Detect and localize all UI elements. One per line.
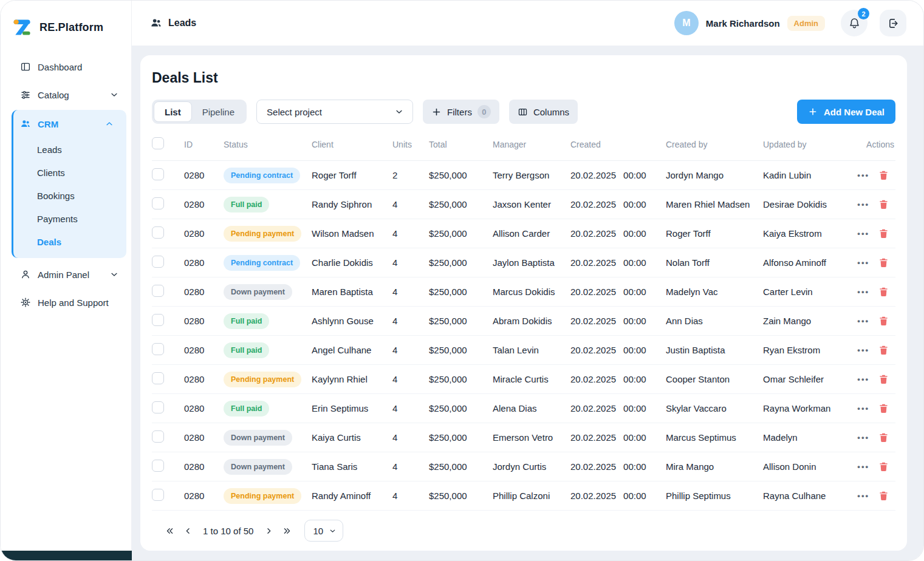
prev-page-button[interactable]: [179, 522, 197, 540]
delete-button[interactable]: [878, 257, 889, 268]
deals-table: ID Status Client Units Total Manager Cre…: [152, 135, 895, 511]
tab-list[interactable]: List: [154, 101, 192, 122]
add-new-deal-button[interactable]: Add New Deal: [797, 100, 895, 124]
row-menu-button[interactable]: •••: [857, 286, 869, 298]
row-menu-button[interactable]: •••: [857, 257, 869, 268]
row-checkbox[interactable]: [152, 314, 164, 326]
sidebar-item-deals[interactable]: Deals: [13, 230, 126, 253]
delete-button[interactable]: [878, 199, 889, 210]
row-checkbox[interactable]: [152, 372, 164, 384]
row-checkbox[interactable]: [152, 197, 164, 209]
row-checkbox[interactable]: [152, 285, 164, 297]
row-menu-button[interactable]: •••: [857, 344, 869, 356]
delete-button[interactable]: [878, 169, 889, 181]
sidebar-item-crm[interactable]: CRM: [13, 110, 126, 138]
created-cell: 20.02.202500:00: [570, 161, 666, 190]
row-actions: •••: [864, 286, 889, 298]
row-checkbox[interactable]: [152, 489, 164, 501]
sidebar-item-dashboard[interactable]: Dashboard: [1, 53, 131, 81]
table-row: 0280 Pending contract Roger Torff 2 $250…: [152, 161, 895, 190]
page-size-select[interactable]: 10: [304, 520, 343, 542]
manager-cell: Miracle Curtis: [493, 365, 570, 394]
deal-id: 0280: [184, 307, 224, 336]
created-by-cell: Nolan Torff: [666, 248, 763, 277]
next-page-button[interactable]: [259, 522, 278, 540]
sidebar-bottom-bar: [1, 551, 132, 560]
project-select[interactable]: Select project: [256, 100, 413, 124]
created-date: 20.02.2025: [570, 432, 616, 443]
deal-id: 0280: [184, 365, 224, 394]
table-row: 0280 Pending payment Wilson Madsen 4 $25…: [152, 219, 895, 248]
pagination: 1 to 10 of 50 10: [152, 511, 895, 556]
row-checkbox[interactable]: [152, 460, 164, 472]
logout-button[interactable]: [880, 10, 906, 36]
row-checkbox[interactable]: [152, 401, 164, 413]
delete-button[interactable]: [878, 286, 889, 298]
tab-pipeline[interactable]: Pipeline: [192, 101, 245, 122]
deal-id: 0280: [184, 481, 224, 511]
delete-button[interactable]: [878, 344, 889, 356]
delete-button[interactable]: [878, 315, 889, 327]
sidebar-item-bookings[interactable]: Bookings: [13, 184, 126, 207]
users-icon: [20, 118, 31, 129]
sidebar-item-admin-panel[interactable]: Admin Panel: [1, 260, 131, 288]
delete-button[interactable]: [878, 228, 889, 239]
row-checkbox[interactable]: [152, 168, 164, 180]
sidebar-item-help[interactable]: Help and Support: [1, 288, 131, 316]
row-checkbox[interactable]: [152, 343, 164, 355]
created-by-cell: Roger Torff: [666, 219, 763, 248]
avatar[interactable]: M: [674, 11, 699, 35]
sidebar-subitem-label: Payments: [37, 214, 78, 224]
page-title: Deals List: [152, 70, 895, 86]
row-actions: •••: [864, 490, 889, 501]
manager-cell: Alena Dias: [493, 394, 570, 423]
sidebar-item-payments[interactable]: Payments: [13, 207, 126, 230]
delete-button[interactable]: [878, 373, 889, 385]
last-page-button[interactable]: [278, 522, 296, 540]
sidebar-item-leads[interactable]: Leads: [13, 138, 126, 161]
delete-button[interactable]: [878, 490, 889, 501]
client-cell: Wilson Madsen: [312, 219, 392, 248]
delete-button[interactable]: [878, 403, 889, 414]
row-menu-button[interactable]: •••: [857, 461, 869, 472]
manager-cell: Abram Dokidis: [493, 307, 570, 336]
row-menu-button[interactable]: •••: [857, 169, 869, 181]
row-menu-button[interactable]: •••: [857, 432, 869, 443]
delete-button[interactable]: [878, 432, 889, 443]
row-menu-button[interactable]: •••: [857, 403, 869, 414]
row-actions: •••: [864, 257, 889, 268]
row-checkbox[interactable]: [152, 256, 164, 268]
delete-button[interactable]: [878, 461, 889, 472]
deal-id: 0280: [184, 423, 224, 452]
page-size-value: 10: [313, 526, 323, 536]
sidebar-item-catalog[interactable]: Catalog: [1, 81, 131, 109]
sidebar-subitem-label: Deals: [37, 237, 61, 247]
row-checkbox[interactable]: [152, 430, 164, 443]
col-header-created-by: Created by: [666, 135, 763, 161]
filters-button[interactable]: Filters 0: [423, 100, 499, 124]
plus-icon: [431, 107, 442, 117]
first-page-button[interactable]: [160, 522, 179, 540]
row-menu-button[interactable]: •••: [857, 315, 869, 327]
created-cell: 20.02.202500:00: [570, 365, 666, 394]
units-cell: 4: [392, 219, 429, 248]
row-menu-button[interactable]: •••: [857, 373, 869, 385]
select-all-checkbox[interactable]: [152, 137, 164, 149]
row-menu-button[interactable]: •••: [857, 228, 869, 239]
updated-by-cell: Omar Schleifer: [763, 365, 864, 394]
status-badge: Pending payment: [224, 226, 301, 242]
row-menu-button[interactable]: •••: [857, 490, 869, 501]
notifications-button[interactable]: 2: [841, 10, 868, 36]
client-cell: Angel Culhane: [312, 336, 392, 365]
deals-card: Deals List List Pipeline Select project …: [140, 55, 907, 551]
created-date: 20.02.2025: [570, 228, 616, 239]
filters-count-badge: 0: [477, 105, 491, 118]
deal-id: 0280: [184, 248, 224, 277]
row-checkbox[interactable]: [152, 226, 164, 239]
row-menu-button[interactable]: •••: [857, 199, 869, 210]
deal-id: 0280: [184, 452, 224, 481]
columns-button[interactable]: Columns: [509, 100, 578, 124]
units-cell: 4: [392, 481, 429, 511]
sidebar-item-clients[interactable]: Clients: [13, 161, 126, 184]
units-cell: 4: [392, 190, 429, 219]
